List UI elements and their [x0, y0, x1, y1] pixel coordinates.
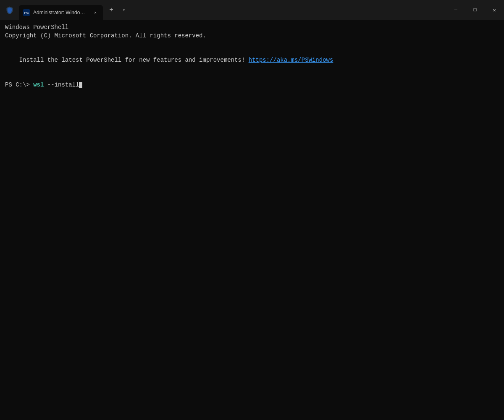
- shield-icon-area: [0, 0, 19, 20]
- plus-icon: +: [109, 6, 113, 14]
- window-controls: ─ □ ✕: [446, 0, 504, 20]
- tab-dropdown-button[interactable]: ▾: [118, 4, 130, 16]
- terminal-line-4: Install the latest PowerShell for new fe…: [5, 48, 499, 73]
- command-args: --install: [44, 81, 79, 89]
- command-text: wsl: [33, 81, 44, 89]
- minimize-icon: ─: [454, 7, 457, 13]
- terminal-cursor: [79, 82, 82, 88]
- prompt-text: PS C:\>: [5, 81, 30, 89]
- new-tab-button[interactable]: +: [105, 3, 118, 17]
- chevron-down-icon: ▾: [123, 8, 125, 13]
- terminal-line-1: Windows PowerShell: [5, 24, 499, 32]
- maximize-icon: □: [473, 7, 476, 13]
- terminal-body[interactable]: Windows PowerShell Copyright (C) Microso…: [0, 20, 504, 420]
- tab-close-button[interactable]: ✕: [92, 9, 99, 16]
- terminal-link[interactable]: https://aka.ms/PSWindows: [249, 57, 333, 63]
- terminal-empty-line-1: [5, 40, 499, 48]
- titlebar-left: PS Administrator: Windows Powe ✕ + ▾: [0, 0, 446, 20]
- powershell-icon: PS: [23, 9, 30, 16]
- maximize-button[interactable]: □: [465, 0, 485, 20]
- active-tab[interactable]: PS Administrator: Windows Powe ✕: [19, 5, 103, 20]
- titlebar: PS Administrator: Windows Powe ✕ + ▾ ─ □…: [0, 0, 504, 20]
- close-icon: ✕: [493, 7, 496, 13]
- tab-title: Administrator: Windows Powe: [33, 10, 88, 16]
- shield-icon: [5, 6, 14, 14]
- terminal-empty-line-2: [5, 73, 499, 81]
- close-button[interactable]: ✕: [485, 0, 504, 20]
- terminal-install-text: Install the latest PowerShell for new fe…: [19, 57, 249, 63]
- minimize-button[interactable]: ─: [446, 0, 465, 20]
- terminal-line-2: Copyright (C) Microsoft Corporation. All…: [5, 32, 499, 40]
- terminal-prompt-line: PS C:\> wsl --install: [5, 81, 499, 89]
